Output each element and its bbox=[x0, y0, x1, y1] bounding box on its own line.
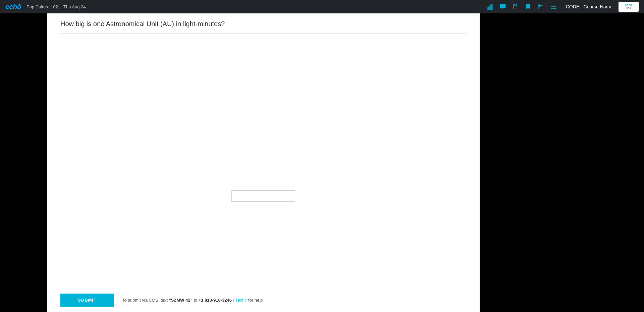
left-sidebar bbox=[0, 13, 47, 312]
svg-rect-2 bbox=[491, 4, 492, 9]
main-layout: How big is one Astronomical Unit (AU) in… bbox=[0, 13, 644, 312]
sms-info: To submit via SMS, text "SZMW 42" to +1 … bbox=[122, 298, 263, 303]
navbar-date: Thu Aug 24 bbox=[63, 4, 86, 9]
navbar-course-name: CODE - Course Name bbox=[566, 4, 612, 9]
right-sidebar bbox=[480, 13, 644, 312]
svg-rect-6 bbox=[551, 6, 556, 7]
sms-prefix-text: To submit via SMS, text bbox=[122, 298, 169, 303]
svg-rect-1 bbox=[489, 5, 490, 9]
svg-rect-3 bbox=[487, 9, 493, 10]
answer-input[interactable] bbox=[231, 190, 295, 202]
sms-to-text: to bbox=[193, 298, 199, 303]
svg-rect-0 bbox=[487, 7, 488, 9]
bookmark-icon[interactable] bbox=[525, 3, 532, 10]
sms-help-text: for help bbox=[247, 298, 263, 303]
poll-icon[interactable] bbox=[487, 3, 493, 10]
navbar-course: Pop Culture 102 bbox=[26, 4, 58, 9]
sms-code: "SZMW 42" bbox=[169, 298, 192, 303]
menu-icon[interactable] bbox=[550, 3, 557, 10]
navbar: echō Pop Culture 102 Thu Aug 24 + bbox=[0, 0, 644, 13]
navbar-avatar[interactable]: echo 360 bbox=[619, 2, 639, 12]
main-content: How big is one Astronomical Unit (AU) in… bbox=[47, 13, 480, 312]
echo-logo[interactable]: echō bbox=[5, 3, 21, 11]
svg-text:+: + bbox=[516, 3, 518, 6]
svg-rect-7 bbox=[551, 8, 556, 9]
navbar-right: + CODE - Course Name bbox=[487, 2, 639, 12]
navbar-left: echō Pop Culture 102 Thu Aug 24 bbox=[5, 3, 86, 11]
sms-number: +1 818-918-3246 bbox=[199, 298, 232, 303]
answer-area bbox=[47, 137, 480, 288]
question-title: How big is one Astronomical Unit (AU) in… bbox=[60, 20, 466, 34]
sms-help-link[interactable]: Text ? bbox=[235, 298, 247, 303]
sms-separator: / bbox=[232, 298, 235, 303]
svg-rect-5 bbox=[551, 5, 556, 5]
question-area: How big is one Astronomical Unit (AU) in… bbox=[47, 13, 480, 137]
chat-icon[interactable] bbox=[499, 3, 506, 10]
flag-icon[interactable] bbox=[538, 3, 544, 10]
flag-add-icon[interactable]: + bbox=[512, 3, 519, 10]
submit-button[interactable]: SUBMIT bbox=[60, 294, 114, 307]
footer: SUBMIT To submit via SMS, text "SZMW 42"… bbox=[47, 288, 480, 312]
